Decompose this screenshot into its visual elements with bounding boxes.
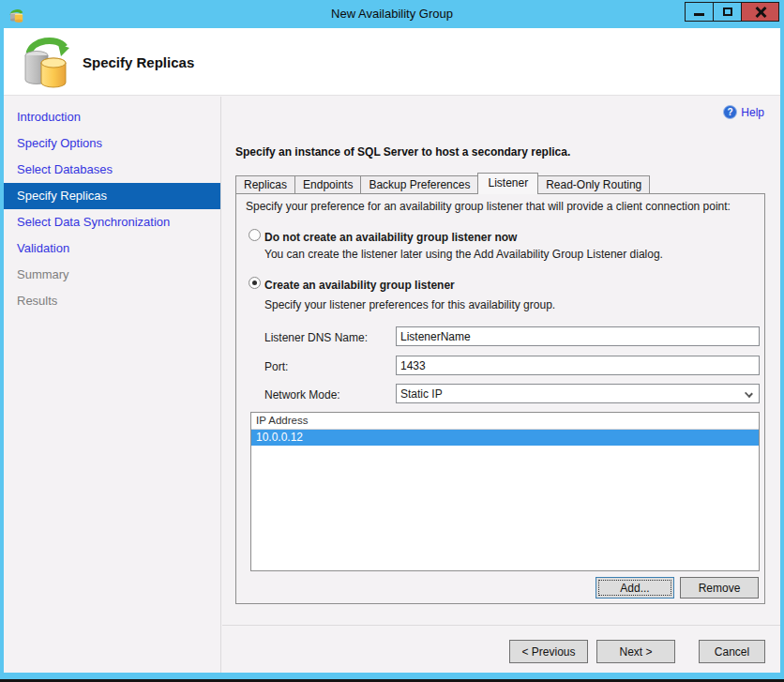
maximize-icon — [723, 8, 732, 16]
close-button[interactable] — [741, 2, 779, 22]
add-button[interactable]: Add... — [596, 577, 674, 599]
listener-intro-text: Specify your preference for an availabil… — [246, 200, 731, 213]
sidebar-item-summary: Summary — [4, 262, 220, 288]
sidebar-item-specify-replicas[interactable]: Specify Replicas — [4, 183, 220, 209]
help-label: Help — [741, 106, 764, 119]
previous-button[interactable]: < Previous — [509, 640, 588, 663]
dialog-body: Specify Replicas Introduction Specify Op… — [4, 28, 780, 673]
listener-dns-name-input[interactable] — [396, 326, 760, 346]
ip-address-list[interactable]: IP Address 10.0.0.12 — [250, 412, 760, 571]
titlebar[interactable]: New Availability Group — [0, 0, 784, 28]
sidebar-item-select-data-synchronization[interactable]: Select Data Synchronization — [4, 209, 220, 235]
network-mode-value: Static IP — [400, 387, 443, 401]
port-input[interactable] — [396, 356, 760, 375]
maximize-button[interactable] — [713, 2, 742, 22]
sidebar-item-validation[interactable]: Validation — [4, 235, 220, 262]
network-mode-select[interactable]: Static IP — [396, 384, 760, 403]
close-icon — [755, 7, 766, 18]
radio-create-listener[interactable] — [249, 277, 261, 289]
sidebar-item-specify-options[interactable]: Specify Options — [4, 130, 220, 157]
svg-text:?: ? — [728, 107, 733, 117]
tab-read-only-routing[interactable]: Read-Only Routing — [537, 175, 650, 194]
window-title: New Availability Group — [0, 7, 784, 21]
window-controls — [686, 2, 779, 22]
tab-endpoints[interactable]: Endpoints — [294, 175, 361, 194]
replicas-icon — [23, 35, 71, 89]
network-mode-label: Network Mode: — [264, 388, 340, 402]
tab-backup-preferences[interactable]: Backup Preferences — [360, 175, 478, 194]
wizard-steps-sidebar: Introduction Specify Options Select Data… — [4, 97, 221, 673]
instruction-text: Specify an instance of SQL Server to hos… — [235, 145, 570, 159]
tab-replicas[interactable]: Replicas — [235, 175, 295, 194]
remove-button[interactable]: Remove — [680, 577, 759, 599]
listener-tab-panel: Specify your preference for an availabil… — [235, 193, 765, 604]
option-create-label[interactable]: Create an availability group listener — [264, 279, 455, 292]
minimize-icon — [694, 13, 704, 16]
chevron-down-icon — [745, 389, 753, 398]
option-create-description: Specify your listener preferences for th… — [264, 298, 555, 311]
sidebar-item-results: Results — [4, 288, 220, 314]
radio-do-not-create-listener[interactable] — [249, 229, 261, 241]
help-icon: ? — [723, 105, 737, 119]
sidebar-item-select-databases[interactable]: Select Databases — [4, 157, 220, 183]
option-do-not-create-label[interactable]: Do not create an availability group list… — [264, 231, 517, 244]
cancel-button[interactable]: Cancel — [699, 640, 765, 663]
ip-address-row[interactable]: 10.0.0.12 — [251, 430, 759, 446]
sidebar-item-introduction[interactable]: Introduction — [4, 104, 220, 130]
replica-tabs: Replicas Endpoints Backup Preferences Li… — [235, 173, 649, 194]
footer-divider — [222, 625, 780, 626]
minimize-button[interactable] — [685, 2, 714, 22]
help-link[interactable]: ? Help — [723, 105, 764, 119]
listener-dns-name-label: Listener DNS Name: — [264, 331, 368, 344]
next-button[interactable]: Next > — [596, 640, 675, 663]
page-title: Specify Replicas — [83, 54, 194, 70]
wizard-header: Specify Replicas — [4, 28, 780, 96]
new-availability-group-dialog: New Availability Group Speci — [0, 0, 784, 682]
main-content: ? Help Specify an instance of SQL Server… — [222, 97, 780, 673]
port-label: Port: — [264, 360, 288, 373]
option-do-not-create-description: You can create the listener later using … — [264, 248, 663, 261]
ip-address-column-header[interactable]: IP Address — [251, 413, 759, 430]
tab-listener[interactable]: Listener — [477, 173, 538, 194]
